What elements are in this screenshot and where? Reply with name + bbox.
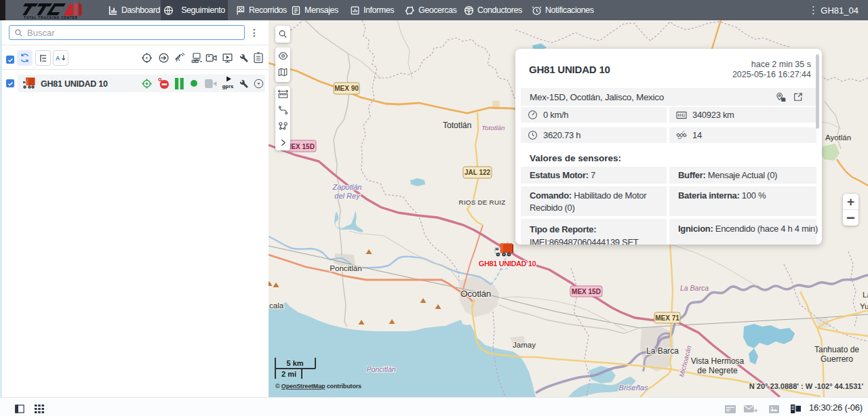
svg-text:MEX 15D: MEX 15D: [572, 288, 601, 295]
svg-text:del Rey: del Rey: [334, 192, 361, 200]
svg-text:Ocotlán: Ocotlán: [460, 289, 491, 299]
svg-text:TOTAL TRACKING CENTER: TOTAL TRACKING CENTER: [24, 16, 78, 20]
svg-text:de Negrete: de Negrete: [697, 366, 738, 375]
svg-text:GH81 UNIDAD 10: GH81 UNIDAD 10: [479, 259, 536, 268]
svg-text:JAL 122: JAL 122: [465, 169, 491, 176]
svg-text:Poncitlán: Poncitlán: [330, 264, 361, 272]
svg-text:RIOS DE RUIZ: RIOS DE RUIZ: [459, 199, 506, 206]
svg-text:5 km: 5 km: [286, 359, 303, 367]
svg-text:MEX 90: MEX 90: [334, 85, 359, 92]
svg-text:Poncitlán: Poncitlán: [366, 365, 395, 373]
svg-text:Zapotlán: Zapotlán: [332, 183, 362, 191]
svg-text:A: A: [56, 55, 60, 62]
svg-text:Yu: Yu: [860, 302, 868, 310]
svg-text:Guerrero: Guerrero: [821, 354, 853, 364]
svg-text:gprs: gprs: [222, 83, 233, 89]
svg-text:© OpenStreetMap contributors: © OpenStreetMap contributors: [275, 383, 361, 390]
svg-text:Tanhuato de: Tanhuato de: [814, 345, 859, 354]
svg-text:Briseñas: Briseñas: [619, 383, 648, 392]
svg-text:La: La: [863, 291, 868, 299]
svg-text:2 mi: 2 mi: [281, 370, 296, 378]
svg-text:La Barca: La Barca: [680, 284, 709, 292]
svg-text:La Barca: La Barca: [646, 346, 679, 356]
svg-text:MEX 71: MEX 71: [655, 314, 679, 322]
svg-text:Tototlán: Tototlán: [443, 121, 472, 130]
svg-text:Ayotlán: Ayotlán: [825, 133, 851, 142]
svg-text:N 20° 23.0888' : W -102° 44.15: N 20° 23.0888' : W -102° 44.1531': [749, 382, 864, 390]
svg-text:Vista Hermosa: Vista Hermosa: [691, 356, 745, 366]
svg-text:Jamay: Jamay: [513, 341, 536, 349]
svg-text:Tototlán: Tototlán: [481, 124, 505, 131]
svg-text:cala: cala: [269, 301, 284, 310]
